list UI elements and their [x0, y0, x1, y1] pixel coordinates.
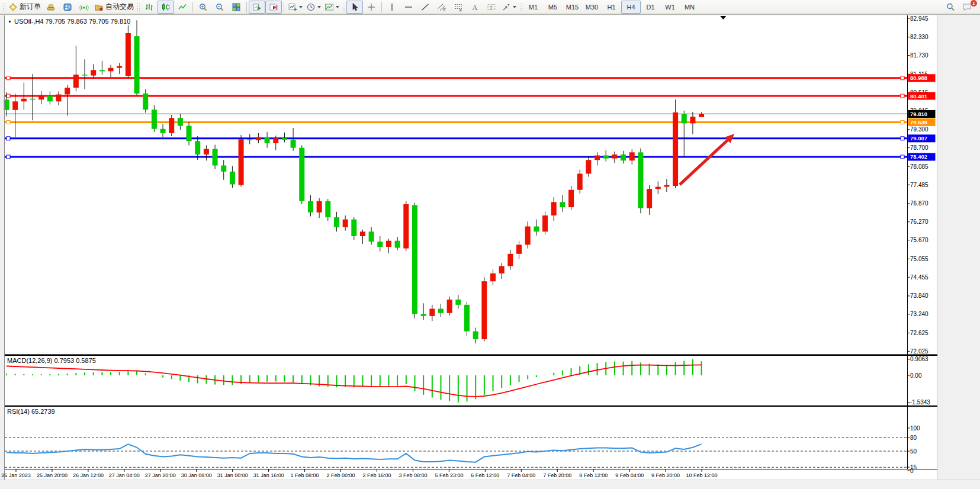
- candle-body: [265, 137, 270, 143]
- candle-body: [291, 140, 296, 147]
- svg-text:9 Feb 20:00: 9 Feb 20:00: [651, 472, 680, 478]
- candle-body: [386, 241, 391, 247]
- candle-body: [656, 187, 661, 189]
- line-handle[interactable]: [7, 137, 10, 140]
- svg-text:72.025: 72.025: [910, 348, 928, 355]
- svg-text:76.870: 76.870: [910, 200, 928, 207]
- candle-body: [586, 160, 591, 173]
- line-handle[interactable]: [7, 155, 10, 159]
- svg-text:-1.5343: -1.5343: [910, 399, 930, 406]
- candle-body: [516, 244, 522, 253]
- chart-canvas[interactable]: 82.94582.33081.73081.11580.51579.91579.3…: [0, 0, 980, 489]
- candle-body: [403, 204, 409, 249]
- candle-body: [395, 241, 400, 248]
- candle-body: [534, 226, 539, 231]
- svg-text:75.055: 75.055: [910, 256, 928, 262]
- line-handle[interactable]: [901, 120, 904, 124]
- svg-text:79.539: 79.539: [910, 119, 927, 126]
- candle-body: [682, 114, 687, 123]
- candle-body: [247, 139, 252, 140]
- candle-body: [481, 281, 487, 339]
- candle-body: [30, 99, 36, 100]
- candle-body: [377, 242, 383, 247]
- candle-body: [690, 117, 695, 123]
- candle-body: [134, 36, 140, 94]
- line-handle[interactable]: [901, 76, 904, 80]
- candle-body: [438, 309, 444, 313]
- candle-body: [317, 201, 322, 213]
- line-handle[interactable]: [7, 94, 10, 98]
- svg-text:77.485: 77.485: [910, 182, 928, 188]
- candle-body: [195, 141, 200, 155]
- svg-text:7 Feb 20:00: 7 Feb 20:00: [543, 472, 571, 478]
- price-scale-strip[interactable]: [908, 15, 938, 480]
- candle-body: [65, 88, 70, 94]
- svg-text:80.401: 80.401: [910, 93, 928, 99]
- svg-text:79.007: 79.007: [910, 135, 927, 141]
- chart-panes[interactable]: [5, 15, 937, 480]
- candle-body: [99, 70, 105, 71]
- svg-text:82.945: 82.945: [910, 15, 928, 22]
- candle-body: [73, 75, 79, 88]
- svg-text:31 Jan 00:00: 31 Jan 00:00: [217, 472, 248, 478]
- candle-body: [21, 99, 27, 102]
- candle-body: [230, 172, 235, 185]
- candle-body: [542, 215, 548, 231]
- svg-text:82.330: 82.330: [910, 34, 928, 40]
- candle-body: [256, 137, 261, 140]
- line-handle[interactable]: [901, 94, 904, 98]
- candle-body: [464, 305, 470, 332]
- line-handle[interactable]: [901, 155, 904, 159]
- svg-text:30 Jan 08:00: 30 Jan 08:00: [181, 472, 212, 478]
- candle-body: [91, 70, 96, 75]
- candle-body: [629, 152, 635, 160]
- candle-body: [490, 274, 496, 281]
- candle-body: [47, 96, 53, 102]
- candle-body: [664, 185, 669, 186]
- candle-body: [447, 300, 452, 313]
- svg-text:78.700: 78.700: [910, 144, 928, 151]
- candle-body: [282, 138, 287, 140]
- macd-pane[interactable]: [5, 356, 908, 405]
- candle-body: [360, 231, 365, 236]
- svg-text:2 Feb 16:00: 2 Feb 16:00: [362, 472, 391, 478]
- trading-terminal-window: 新订单自动交易EFATM1M5M15M30H1H4D1W1MN1 82.9458…: [0, 0, 980, 489]
- svg-text:100: 100: [910, 425, 920, 432]
- svg-text:79.300: 79.300: [910, 126, 928, 133]
- line-handle[interactable]: [7, 76, 10, 80]
- candle-body: [369, 231, 374, 242]
- svg-text:80.988: 80.988: [910, 75, 927, 81]
- candle-body: [699, 114, 704, 117]
- candle-body: [204, 149, 209, 155]
- candle-body: [299, 148, 304, 201]
- svg-text:75.670: 75.670: [910, 237, 928, 243]
- svg-text:5 Feb 23:00: 5 Feb 23:00: [435, 472, 463, 478]
- svg-text:27 Jan 20:00: 27 Jan 20:00: [145, 472, 176, 478]
- candle-body: [568, 190, 574, 207]
- svg-text:31 Jan 16:00: 31 Jan 16:00: [253, 472, 284, 478]
- candle-body: [560, 202, 565, 207]
- candle-body: [126, 33, 131, 76]
- candle-body: [603, 155, 609, 158]
- line-handle[interactable]: [7, 120, 10, 124]
- candle-body: [143, 94, 148, 110]
- svg-text:0.00: 0.00: [910, 372, 922, 379]
- candle-body: [351, 220, 356, 236]
- candle-body: [499, 266, 505, 273]
- svg-text:9 Feb 04:00: 9 Feb 04:00: [615, 472, 644, 478]
- line-handle[interactable]: [901, 137, 904, 140]
- candle-body: [325, 201, 330, 217]
- candle-body: [108, 68, 114, 72]
- candle-body: [612, 155, 617, 159]
- svg-text:0: 0: [910, 468, 914, 474]
- candle-body: [239, 139, 244, 185]
- svg-text:2 Feb 00:00: 2 Feb 00:00: [327, 472, 355, 478]
- candle-body: [429, 309, 435, 316]
- candle-body: [38, 96, 44, 100]
- candle-body: [551, 202, 557, 215]
- rsi-pane[interactable]: [5, 407, 908, 469]
- svg-text:25 Jan 2023: 25 Jan 2023: [1, 472, 31, 478]
- svg-text:78.085: 78.085: [910, 163, 928, 170]
- svg-text:1 Feb 08:00: 1 Feb 08:00: [291, 472, 319, 478]
- candle-body: [82, 75, 88, 76]
